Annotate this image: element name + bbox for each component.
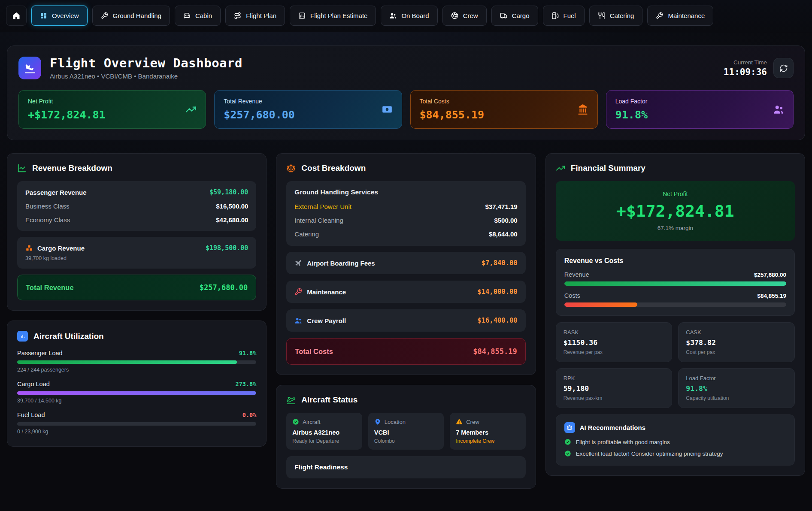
progress-track [17,422,256,426]
header-right: Current Time 11:09:36 [724,58,794,78]
financial-summary-title: Financial Summary [556,163,795,173]
progress-fill [17,360,237,364]
status-card-note: Colombo [374,438,438,444]
revenue-bar-value: $257,680.00 [754,272,786,278]
util-label: Passenger Load [17,350,63,357]
revenue-breakdown-panel: Revenue Breakdown Passenger Revenue $59,… [7,153,267,311]
progress-fill [17,391,256,395]
tab-overview[interactable]: Overview [31,6,88,26]
kpi-label: CASK [686,329,787,336]
stat-label: Total Costs [420,98,485,105]
stat-value: +$172,824.81 [28,109,106,121]
tab-crew[interactable]: Crew [442,6,487,26]
costs-bar-fill [564,302,638,307]
wrench-icon [101,12,108,19]
utensils-icon [598,12,605,19]
ai-recommendations-header: AI Recommendations [564,422,786,433]
cargo-note: 39,700 kg loaded [25,255,248,261]
home-icon [12,12,21,20]
total-costs-value: $84,855.19 [473,347,517,356]
util-label: Fuel Load [17,411,45,418]
tab-on-board[interactable]: On Board [381,6,437,26]
kpi-label: Load Factor [686,375,787,381]
financial-summary-panel: Financial Summary Net Profit +$172,824.8… [545,153,805,476]
cost-item-value: $8,644.00 [489,230,518,238]
current-time-block: Current Time 11:09:36 [724,59,767,77]
status-card-label: Location [385,419,406,425]
column-right: Financial Summary Net Profit +$172,824.8… [545,153,805,489]
kpi-note: Revenue pax-km [564,395,665,401]
nav-tabs: OverviewGround HandlingCabinFlight PlanF… [31,6,713,26]
revenue-bar-fill [564,281,786,286]
stat-label: Net Profit [28,98,106,105]
cost-row-value: $14,000.00 [477,288,517,296]
boxes-icon [25,244,33,252]
users-icon [773,104,784,115]
business-class-value: $16,500.00 [216,203,248,210]
refresh-button[interactable] [773,58,794,78]
current-time-label: Current Time [724,59,767,66]
cargo-revenue-label: Cargo Revenue [37,245,85,252]
cost-rows: Airport Boarding Fees$7,840.00Maintenanc… [286,252,525,332]
check-circle-icon [564,450,571,457]
net-profit-label: Net Profit [565,190,785,197]
cost-item-value: $37,471.19 [485,203,518,210]
tab-catering[interactable]: Catering [589,6,643,26]
top-nav: OverviewGround HandlingCabinFlight PlanF… [0,0,812,32]
util-cargo-load: Cargo Load273.8%39,700 / 14,500 kg [17,381,256,404]
tab-flight-plan-estimate[interactable]: Flight Plan Estimate [290,6,376,26]
util-label: Cargo Load [17,381,50,387]
net-profit-margin: 67.1% margin [565,225,785,231]
plane-landing-icon [24,62,36,74]
status-card-value: 7 Members [456,429,519,436]
cargo-revenue-box: Cargo Revenue $198,500.00 39,700 kg load… [17,237,256,269]
tab-ground-handling[interactable]: Ground Handling [92,6,170,26]
passenger-revenue-value: $59,180.00 [209,188,248,196]
header-titles: Flight Overview Dashboard Airbus A321neo… [50,56,242,80]
cost-row-label: Airport Boarding Fees [307,260,375,267]
plane-takeoff-icon [286,395,296,405]
users-icon [389,12,397,19]
kpi-value: $378.82 [686,339,787,347]
wrench-icon [656,12,663,19]
ai-recommendations-box: AI Recommendations Flight is profitable … [556,414,795,466]
wrench-icon [294,288,302,296]
progress-track [17,360,256,364]
util-percent: 0.0% [242,411,257,418]
util-percent: 91.8% [239,350,257,357]
status-card-crew: Crew7 MembersIncomplete Crew [450,413,525,450]
tab-fuel[interactable]: Fuel [543,6,585,26]
cost-item-value: $500.00 [494,217,517,224]
cost-item-label: Internal Cleaning [294,217,343,224]
tab-cabin[interactable]: Cabin [175,6,221,26]
aperture-icon [451,12,458,19]
economy-class-value: $42,680.00 [216,216,248,224]
app-logo [18,57,41,79]
kpi-card-rask: RASK$1150.36Revenue per pax [556,322,673,362]
util-detail: 224 / 244 passengers [17,367,256,373]
status-cards: AircraftAirbus A321neoReady for Departur… [286,413,525,450]
cost-row-value: $7,840.00 [482,259,518,267]
kpi-value: 59,180 [564,384,665,393]
cargo-revenue-value: $198,500.00 [206,244,248,252]
status-card-label: Crew [466,419,479,425]
kpi-card-rpk: RPK59,180Revenue pax-km [556,368,673,408]
aircraft-utilization-panel: Aircraft Utilization Passenger Load91.8%… [7,321,267,447]
tab-cargo[interactable]: Cargo [491,6,538,26]
progress-track [17,391,256,395]
users-icon [294,317,302,324]
economy-class-label: Economy Class [25,216,70,224]
tab-maintenance[interactable]: Maintenance [647,6,713,26]
kpi-grid: RASK$1150.36Revenue per paxCASK$378.82Co… [556,322,795,408]
ground-handling-header: Ground Handling Services [294,188,517,196]
current-time-value: 11:09:36 [724,67,767,77]
kpi-label: RPK [564,375,665,381]
home-button[interactable] [6,6,27,26]
aircraft-status-title: Aircraft Status [286,395,525,405]
utilization-bars: Passenger Load91.8%224 / 244 passengersC… [17,350,256,435]
aircraft-utilization-title: Aircraft Utilization [17,331,256,342]
tab-flight-plan[interactable]: Flight Plan [225,6,285,26]
cost-item-label: Catering [294,230,319,238]
kpi-note: Cost per pax [686,349,787,355]
status-card-label: Aircraft [303,419,320,425]
